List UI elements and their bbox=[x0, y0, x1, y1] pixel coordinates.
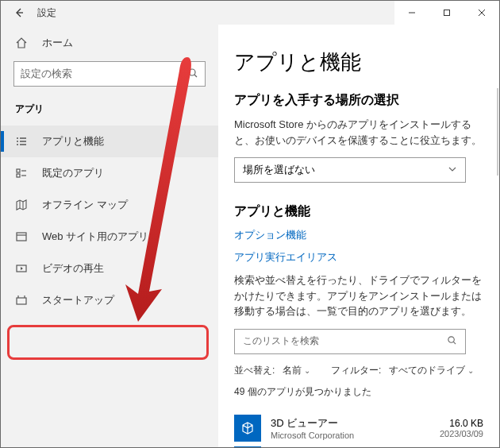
sort-label: 並べ替え: bbox=[234, 365, 275, 376]
svg-rect-18 bbox=[17, 233, 26, 241]
app-list-item[interactable]: 3D ビューアー Microsoft Corporation 16.0 KB 2… bbox=[234, 410, 483, 446]
defaults-icon bbox=[15, 167, 28, 180]
sidebar-item-label: Web サイト用のアプリ bbox=[28, 230, 148, 244]
sidebar-item-video-playback[interactable]: ビデオの再生 bbox=[1, 253, 218, 284]
website-icon bbox=[15, 230, 28, 243]
app-alias-link[interactable]: アプリ実行エイリアス bbox=[234, 250, 483, 265]
search-icon bbox=[447, 335, 457, 348]
sidebar-item-website-apps[interactable]: Web サイト用のアプリ bbox=[1, 221, 218, 253]
settings-window: 設定 ホーム 設定の検索 アプ bbox=[0, 0, 500, 448]
apps-heading: アプリと機能 bbox=[234, 203, 483, 220]
optional-features-link[interactable]: オプション機能 bbox=[234, 228, 483, 242]
chevron-down-icon bbox=[448, 164, 457, 176]
sidebar-home-label: ホーム bbox=[28, 36, 73, 50]
page-title: アプリと機能 bbox=[234, 48, 483, 76]
svg-point-24 bbox=[448, 336, 454, 342]
sidebar-item-label: アプリと機能 bbox=[28, 134, 104, 149]
svg-rect-14 bbox=[17, 174, 20, 177]
app-list-search-input[interactable]: このリストを検索 bbox=[234, 329, 466, 354]
back-button[interactable] bbox=[9, 7, 29, 18]
dropdown-value: 場所を選ばない bbox=[243, 163, 315, 177]
startup-icon bbox=[15, 294, 28, 307]
video-icon bbox=[15, 262, 28, 275]
app-size: 16.0 KB bbox=[449, 446, 483, 448]
app-icon-3dviewer bbox=[234, 415, 261, 442]
app-list-search-placeholder: このリストを検索 bbox=[243, 334, 447, 348]
svg-line-25 bbox=[453, 342, 456, 344]
app-size: 16.0 KB bbox=[440, 418, 483, 429]
settings-search-input[interactable]: 設定の検索 bbox=[13, 61, 206, 87]
sidebar-item-label: ビデオの再生 bbox=[28, 261, 104, 276]
app-icon-cortana bbox=[234, 446, 261, 448]
sidebar: ホーム 設定の検索 アプリ アプリと機能 bbox=[1, 25, 218, 447]
close-button[interactable] bbox=[464, 1, 499, 25]
sidebar-item-label: スタートアップ bbox=[28, 293, 114, 307]
svg-line-5 bbox=[194, 75, 197, 77]
maximize-button[interactable] bbox=[429, 1, 464, 25]
sidebar-section-label: アプリ bbox=[1, 87, 218, 126]
svg-rect-21 bbox=[17, 298, 26, 304]
sort-value: 名前 bbox=[283, 365, 302, 376]
install-source-dropdown[interactable]: 場所を選ばない bbox=[234, 157, 466, 183]
home-icon bbox=[15, 37, 28, 49]
sidebar-item-label: 既定のアプリ bbox=[28, 166, 104, 180]
app-date: 2023/03/09 bbox=[440, 429, 483, 438]
annotation-highlight bbox=[7, 325, 209, 360]
filter-label: フィルター: bbox=[331, 365, 381, 376]
sidebar-item-label: オフライン マップ bbox=[28, 198, 128, 212]
svg-point-4 bbox=[189, 69, 195, 75]
sidebar-item-offline-maps[interactable]: オフライン マップ bbox=[1, 189, 218, 221]
app-list-item[interactable]: Cortana 16.0 KB bbox=[234, 446, 483, 448]
scrollbar[interactable] bbox=[497, 88, 498, 176]
app-name: Cortana bbox=[271, 446, 449, 448]
search-placeholder: 設定の検索 bbox=[21, 67, 187, 81]
filter-value: すべてのドライブ bbox=[389, 365, 465, 376]
search-icon bbox=[187, 68, 198, 81]
chevron-down-icon: ⌄ bbox=[467, 366, 474, 375]
chevron-down-icon: ⌄ bbox=[304, 366, 310, 375]
source-description: Microsoft Store からのみアプリをインストールすると、お使いのデバ… bbox=[234, 117, 483, 148]
filter-control[interactable]: フィルター: すべてのドライブ ⌄ bbox=[331, 364, 474, 377]
sort-by-control[interactable]: 並べ替え: 名前 ⌄ bbox=[234, 364, 310, 377]
map-icon bbox=[15, 199, 28, 211]
svg-rect-12 bbox=[17, 169, 20, 172]
app-count: 49 個のアプリが見つかりました bbox=[234, 385, 483, 399]
list-icon bbox=[15, 135, 28, 148]
window-title: 設定 bbox=[29, 6, 56, 20]
app-publisher: Microsoft Corporation bbox=[271, 431, 440, 440]
titlebar: 設定 bbox=[1, 1, 499, 25]
minimize-button[interactable] bbox=[394, 1, 429, 25]
content-pane: アプリと機能 アプリを入手する場所の選択 Microsoft Store からの… bbox=[218, 25, 499, 447]
sidebar-home[interactable]: ホーム bbox=[1, 25, 218, 61]
source-heading: アプリを入手する場所の選択 bbox=[234, 92, 483, 109]
svg-rect-1 bbox=[444, 10, 450, 16]
sidebar-item-startup[interactable]: スタートアップ bbox=[1, 284, 218, 316]
apps-description: 検索や並べ替えを行ったり、ドライブでフィルターをかけたりできます。アプリをアンイ… bbox=[234, 272, 483, 319]
app-name: 3D ビューアー bbox=[271, 416, 440, 431]
sidebar-item-default-apps[interactable]: 既定のアプリ bbox=[1, 157, 218, 189]
sidebar-item-apps-features[interactable]: アプリと機能 bbox=[1, 126, 218, 157]
